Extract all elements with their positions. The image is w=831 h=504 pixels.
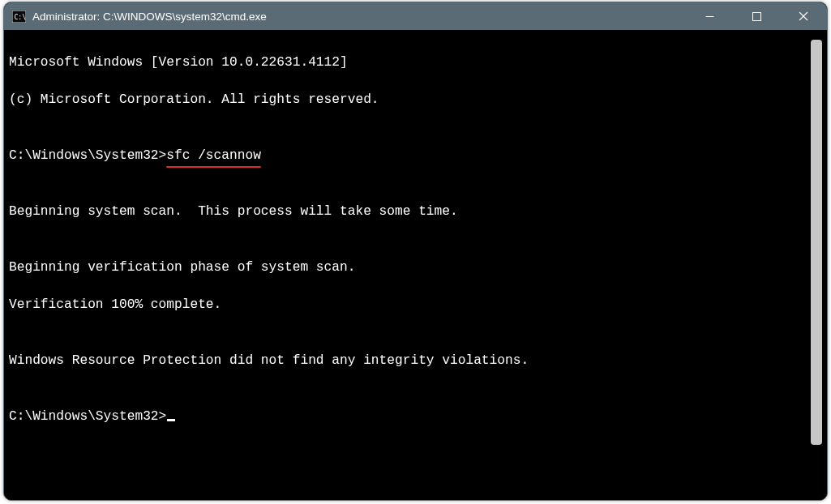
prompt-line: C:\Windows\System32> <box>9 408 807 426</box>
close-icon <box>799 11 808 21</box>
maximize-button[interactable] <box>733 2 780 30</box>
terminal-output: Microsoft Windows [Version 10.0.22631.41… <box>9 35 807 495</box>
prompt: C:\Windows\System32> <box>9 148 166 163</box>
minimize-button[interactable] <box>686 2 733 30</box>
output-line: Windows Resource Protection did not find… <box>9 352 807 370</box>
output-line: Verification 100% complete. <box>9 296 807 314</box>
prompt: C:\Windows\System32> <box>9 409 166 424</box>
titlebar[interactable]: C:\ Administrator: C:\WINDOWS\system32\c… <box>4 2 827 30</box>
terminal-area[interactable]: Microsoft Windows [Version 10.0.22631.41… <box>4 30 827 500</box>
output-line: (c) Microsoft Corporation. All rights re… <box>9 91 807 109</box>
window-controls <box>686 2 827 30</box>
prompt-line: C:\Windows\System32>sfc /scannow <box>9 147 807 165</box>
cmd-icon: C:\ <box>12 11 26 23</box>
annotation-underline <box>166 166 261 168</box>
scrollbar-thumb[interactable] <box>811 40 822 445</box>
text-cursor <box>167 419 175 421</box>
output-line: Beginning system scan. This process will… <box>9 203 807 221</box>
command-text: sfc /scannow <box>166 147 261 165</box>
minimize-icon <box>705 12 714 21</box>
svg-text:C:\: C:\ <box>15 13 27 20</box>
command-value: sfc /scannow <box>166 148 261 163</box>
output-line: Microsoft Windows [Version 10.0.22631.41… <box>9 53 807 72</box>
window-title: Administrator: C:\WINDOWS\system32\cmd.e… <box>32 11 267 23</box>
svg-rect-3 <box>752 12 760 20</box>
close-button[interactable] <box>780 2 827 30</box>
output-line: Beginning verification phase of system s… <box>9 258 807 277</box>
cmd-window: C:\ Administrator: C:\WINDOWS\system32\c… <box>3 2 828 501</box>
vertical-scrollbar[interactable] <box>811 40 822 492</box>
maximize-icon <box>752 12 761 21</box>
